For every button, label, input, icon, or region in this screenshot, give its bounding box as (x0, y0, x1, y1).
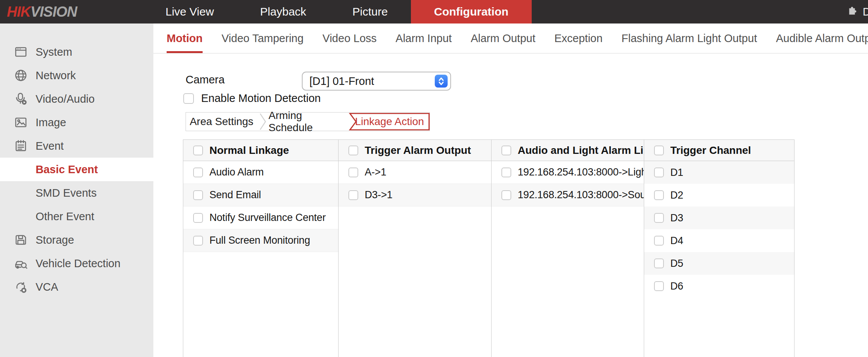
trigger-channel-select-all-checkbox[interactable] (654, 146, 664, 155)
hikvision-config-page: HIKVISION Live ViewPlaybackPictureConfig… (0, 0, 868, 357)
sidebar-item-event[interactable]: Event (0, 134, 153, 158)
tab-flashing-alarm-light-output[interactable]: Flashing Alarm Light Output (621, 23, 757, 53)
sidebar-item-other-event[interactable]: Other Event (0, 205, 153, 228)
192-168-254-103-8000-sound-checkbox[interactable] (501, 190, 511, 200)
sidebar-item-label: Other Event (36, 210, 94, 223)
column-rows: D1D2D3D4D5D6 (644, 161, 794, 298)
row-label: D2 (670, 189, 683, 201)
top-nav: HIKVISION Live ViewPlaybackPictureConfig… (0, 0, 868, 23)
d4-checkbox[interactable] (654, 236, 664, 246)
step-tab-linkage-action[interactable]: Linkage Action (349, 113, 430, 131)
notify-surveillance-center-checkbox[interactable] (193, 213, 203, 223)
audio-and-light-alarm-link-select-all-checkbox[interactable] (501, 146, 511, 155)
camera-select-value: [D1] 01-Front (309, 75, 374, 88)
step-tab-area-settings[interactable]: Area Settings (186, 113, 257, 131)
192-168-254-103-8000-light-checkbox[interactable] (501, 168, 511, 177)
row-label: D1 (670, 167, 683, 178)
sidebar-item-label: Video/Audio (36, 93, 95, 105)
d3-1-checkbox[interactable] (348, 190, 358, 200)
logo-hik-text: HIK (7, 4, 30, 20)
tab-exception[interactable]: Exception (554, 23, 603, 53)
sidebar: SystemNetworkVideo/AudioImageEventBasic … (0, 23, 153, 357)
normal-linkage-select-all-checkbox[interactable] (193, 146, 203, 155)
row-label: 192.168.254.103:8000->Sound (518, 189, 644, 201)
row-label: D3->1 (365, 189, 392, 201)
plugin-label[interactable]: D (863, 6, 868, 18)
row-label: D5 (670, 258, 683, 269)
sidebar-item-image[interactable]: Image (0, 111, 153, 134)
send-email-checkbox[interactable] (193, 190, 203, 200)
table-row-a-1: A->1 (339, 161, 491, 184)
tab-motion[interactable]: Motion (167, 23, 203, 53)
d5-checkbox[interactable] (654, 258, 664, 268)
row-label: Audio Alarm (209, 166, 264, 178)
sidebar-item-basic-event[interactable]: Basic Event (0, 158, 153, 181)
sidebar-item-label: Vehicle Detection (36, 257, 120, 270)
step-chevron-icon (257, 113, 269, 131)
sidebar-item-network[interactable]: Network (0, 64, 153, 87)
table-row-send-email: Send Email (183, 184, 338, 207)
a-1-checkbox[interactable] (348, 168, 358, 177)
table-column-trigger-channel: Trigger ChannelD1D2D3D4D5D6 (644, 140, 795, 357)
logo-vision-text: VISION (30, 4, 77, 20)
sidebar-item-label: Basic Event (36, 163, 98, 176)
nav-item-live-view[interactable]: Live View (142, 0, 237, 23)
column-header-trigger-alarm-output: Trigger Alarm Output (339, 140, 491, 161)
sidebar-item-label: VCA (36, 281, 58, 293)
linkage-table: Normal LinkageAudio AlarmSend EmailNotif… (183, 139, 795, 357)
table-column-trigger-alarm-output: Trigger Alarm OutputA->1D3->1 (339, 140, 492, 357)
sidebar-item-smd-events[interactable]: SMD Events (0, 181, 153, 205)
nav-item-playback[interactable]: Playback (237, 0, 329, 23)
trigger-alarm-output-select-all-checkbox[interactable] (348, 146, 358, 155)
row-label: 192.168.254.103:8000->Light (518, 166, 644, 178)
sidebar-item-vehicle-detection[interactable]: Vehicle Detection (0, 252, 153, 275)
sidebar-item-label: System (36, 46, 72, 58)
sidebar-item-video-audio[interactable]: Video/Audio (0, 87, 153, 111)
nav-item-configuration[interactable]: Configuration (411, 0, 532, 23)
tab-alarm-output[interactable]: Alarm Output (471, 23, 535, 53)
tab-video-tampering[interactable]: Video Tampering (222, 23, 304, 53)
enable-motion-checkbox[interactable] (183, 93, 194, 104)
d6-checkbox[interactable] (654, 281, 664, 291)
full-screen-monitoring-checkbox[interactable] (193, 236, 203, 246)
step-tab-bar: Area SettingsArming ScheduleLinkage Acti… (186, 112, 430, 131)
table-column-audio-and-light-alarm-link: Audio and Light Alarm Link...192.168.254… (492, 140, 644, 357)
table-row-d3: D3 (644, 207, 794, 229)
sidebar-item-label: Network (36, 69, 76, 82)
image-icon (14, 115, 28, 130)
sidebar-item-storage[interactable]: Storage (0, 228, 153, 252)
column-header-normal-linkage: Normal Linkage (183, 140, 338, 161)
main-content: MotionVideo TamperingVideo LossAlarm Inp… (153, 23, 868, 357)
event-icon (14, 139, 28, 153)
row-label: D4 (670, 235, 683, 247)
table-row-d3-1: D3->1 (339, 184, 491, 207)
camera-select[interactable]: [D1] 01-Front (302, 72, 451, 91)
sidebar-item-label: Storage (36, 234, 74, 246)
column-header-label: Audio and Light Alarm Link... (518, 144, 644, 157)
tab-bar: MotionVideo TamperingVideo LossAlarm Inp… (153, 23, 868, 53)
tab-audible-alarm-output[interactable]: Audible Alarm Output (776, 23, 868, 53)
sidebar-item-system[interactable]: System (0, 40, 153, 64)
top-nav-menu: Live ViewPlaybackPictureConfiguration (142, 0, 532, 23)
d3-checkbox[interactable] (654, 213, 664, 223)
tab-alarm-input[interactable]: Alarm Input (396, 23, 452, 53)
d1-checkbox[interactable] (654, 168, 664, 177)
table-row-d6: D6 (644, 275, 794, 298)
column-header-label: Normal Linkage (209, 144, 289, 157)
audio-alarm-checkbox[interactable] (193, 168, 203, 177)
table-row-192-168-254-103-8000-sound: 192.168.254.103:8000->Sound (492, 184, 644, 207)
step-tab-arming-schedule[interactable]: Arming Schedule (269, 113, 349, 131)
sidebar-item-label: Event (36, 140, 64, 152)
table-row-d4: D4 (644, 229, 794, 252)
d2-checkbox[interactable] (654, 190, 664, 200)
column-header-label: Trigger Channel (670, 144, 751, 157)
camera-label: Camera (186, 74, 225, 86)
table-row-full-screen-monitoring: Full Screen Monitoring (183, 229, 338, 252)
row-label: D6 (670, 280, 683, 292)
row-label: D3 (670, 212, 683, 224)
select-stepper-icon (435, 75, 448, 88)
tab-video-loss[interactable]: Video Loss (323, 23, 377, 53)
sidebar-item-vca[interactable]: VCA (0, 275, 153, 299)
nav-item-picture[interactable]: Picture (329, 0, 411, 23)
vca-icon (14, 280, 28, 294)
